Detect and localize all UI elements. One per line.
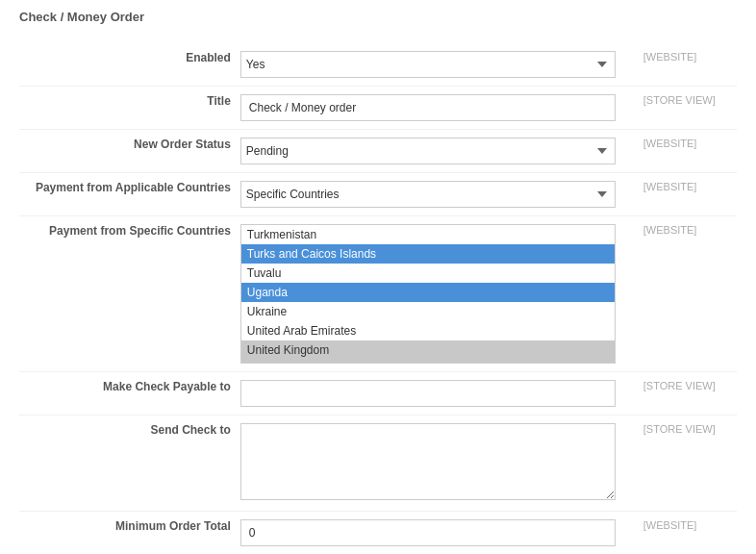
page-title: Check / Money Order: [19, 10, 737, 29]
title-row: Title [STORE VIEW]: [19, 87, 737, 130]
send-check-field: [236, 416, 639, 512]
min-order-label: Minimum Order Total: [19, 512, 236, 555]
make-check-input[interactable]: [240, 380, 616, 407]
list-item[interactable]: Turks and Caicos Islands: [241, 244, 615, 264]
title-field: [236, 87, 639, 130]
list-item[interactable]: United States: [241, 360, 615, 364]
list-item[interactable]: Ukraine: [241, 302, 615, 321]
applicable-countries-row: Payment from Applicable Countries All Al…: [19, 173, 737, 216]
list-item[interactable]: Uganda: [241, 283, 615, 302]
settings-form: Enabled Yes No [WEBSITE] Title [STORE VI…: [19, 43, 737, 554]
list-item[interactable]: Turkmenistan: [241, 225, 615, 244]
enabled-row: Enabled Yes No [WEBSITE]: [19, 43, 737, 87]
min-order-scope: [WEBSITE]: [639, 512, 737, 555]
applicable-countries-scope: [WEBSITE]: [639, 173, 737, 216]
send-check-row: Send Check to [STORE VIEW]: [19, 416, 737, 512]
make-check-scope: [STORE VIEW]: [639, 372, 737, 416]
send-check-textarea[interactable]: [240, 423, 616, 500]
min-order-field: [236, 512, 639, 555]
make-check-field: [236, 372, 639, 416]
applicable-countries-field: All Allowed Countries Specific Countries: [236, 173, 639, 216]
enabled-label: Enabled: [19, 43, 236, 87]
new-order-status-row: New Order Status Pending Processing [WEB…: [19, 130, 737, 173]
new-order-status-select[interactable]: Pending Processing: [240, 138, 616, 164]
min-order-row: Minimum Order Total [WEBSITE]: [19, 512, 737, 555]
title-input[interactable]: [240, 94, 616, 121]
make-check-row: Make Check Payable to [STORE VIEW]: [19, 372, 737, 416]
list-item[interactable]: Tuvalu: [241, 264, 615, 283]
min-order-input[interactable]: [240, 519, 616, 546]
new-order-status-field: Pending Processing: [236, 130, 639, 173]
new-order-status-scope: [WEBSITE]: [639, 130, 737, 173]
specific-countries-multiselect: TurkmenistanTurks and Caicos IslandsTuva…: [240, 224, 616, 364]
specific-countries-label: Payment from Specific Countries: [19, 216, 236, 372]
enabled-scope: [WEBSITE]: [639, 43, 737, 87]
applicable-countries-select[interactable]: All Allowed Countries Specific Countries: [240, 181, 616, 208]
applicable-countries-label: Payment from Applicable Countries: [19, 173, 236, 216]
send-check-scope: [STORE VIEW]: [639, 416, 737, 512]
specific-countries-row: Payment from Specific Countries Turkmeni…: [19, 216, 737, 372]
send-check-label: Send Check to: [19, 416, 236, 512]
list-item[interactable]: United Kingdom: [241, 340, 615, 360]
enabled-field: Yes No: [236, 43, 639, 87]
specific-countries-scope: [WEBSITE]: [639, 216, 737, 372]
new-order-status-label: New Order Status: [19, 130, 236, 173]
make-check-label: Make Check Payable to: [19, 372, 236, 416]
specific-countries-field: TurkmenistanTurks and Caicos IslandsTuva…: [236, 216, 639, 372]
title-scope: [STORE VIEW]: [639, 87, 737, 130]
specific-countries-list[interactable]: TurkmenistanTurks and Caicos IslandsTuva…: [240, 224, 616, 364]
list-item[interactable]: United Arab Emirates: [241, 321, 615, 340]
enabled-select[interactable]: Yes No: [240, 51, 616, 78]
title-label: Title: [19, 87, 236, 130]
